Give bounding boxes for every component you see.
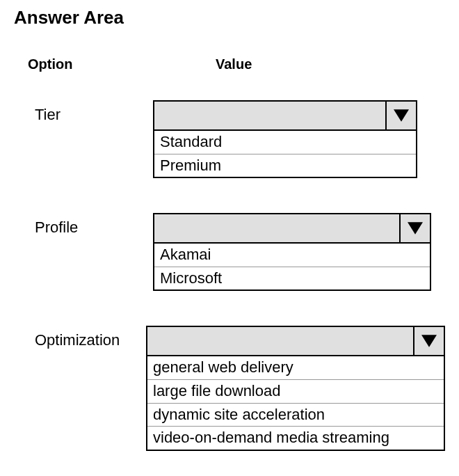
optimization-label: Optimization xyxy=(14,326,146,349)
header-value: Value xyxy=(153,56,252,72)
profile-label: Profile xyxy=(14,213,153,237)
svg-marker-0 xyxy=(394,109,409,122)
field-optimization: Optimization general web delivery large … xyxy=(14,326,445,450)
tier-option[interactable]: Premium xyxy=(154,154,416,177)
profile-option[interactable]: Microsoft xyxy=(154,267,430,290)
optimization-selected xyxy=(147,327,413,355)
optimization-option[interactable]: dynamic site acceleration xyxy=(147,404,444,427)
tier-dropdown[interactable] xyxy=(153,100,417,131)
optimization-dropdown[interactable] xyxy=(146,326,445,356)
tier-selected xyxy=(154,102,385,129)
svg-marker-1 xyxy=(408,222,423,235)
tier-label: Tier xyxy=(14,100,153,124)
column-headers: Option Value xyxy=(14,56,445,72)
optimization-option[interactable]: large file download xyxy=(147,380,444,404)
optimization-option[interactable]: general web delivery xyxy=(147,356,444,380)
profile-dropdown[interactable] xyxy=(153,213,431,244)
profile-option[interactable]: Akamai xyxy=(154,244,430,267)
header-option: Option xyxy=(14,56,153,72)
chevron-down-icon[interactable] xyxy=(385,102,416,129)
page-title: Answer Area xyxy=(14,7,445,29)
chevron-down-icon[interactable] xyxy=(399,214,430,242)
field-profile: Profile Akamai Microsoft xyxy=(14,213,445,291)
chevron-down-icon[interactable] xyxy=(413,327,444,355)
field-tier: Tier Standard Premium xyxy=(14,100,445,178)
optimization-options: general web delivery large file download… xyxy=(146,356,445,450)
svg-marker-2 xyxy=(421,335,437,348)
tier-options: Standard Premium xyxy=(153,131,417,178)
profile-options: Akamai Microsoft xyxy=(153,244,431,291)
optimization-option[interactable]: video-on-demand media streaming xyxy=(147,427,444,450)
tier-option[interactable]: Standard xyxy=(154,131,416,154)
profile-selected xyxy=(154,214,399,242)
